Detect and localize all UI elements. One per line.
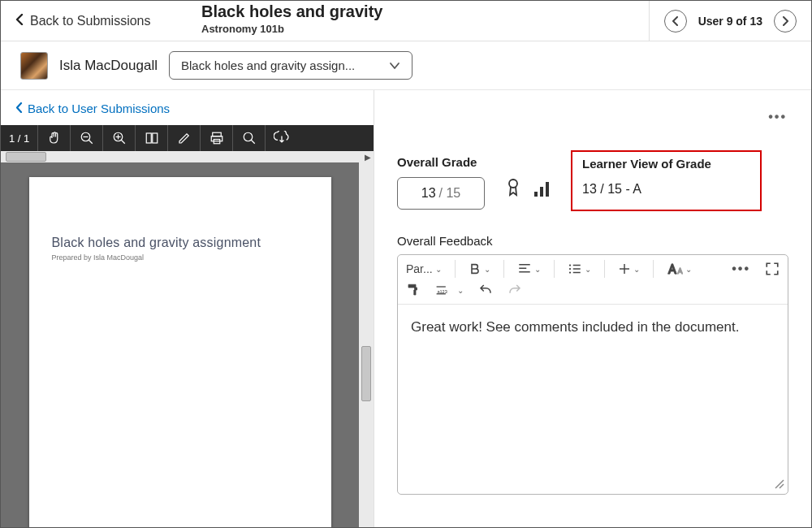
align-button[interactable]: ⌄ (517, 262, 541, 275)
equation-button[interactable]: a123 ⌄ (435, 283, 464, 296)
prev-user-button[interactable] (664, 10, 687, 32)
overall-feedback-label: Overall Feedback (397, 234, 788, 248)
zoom-in-button[interactable] (103, 125, 136, 151)
svg-line-33 (780, 484, 784, 488)
svg-rect-10 (211, 136, 222, 141)
page-layout-button[interactable] (136, 125, 168, 151)
annotate-button[interactable] (168, 125, 201, 151)
chevron-down-icon (389, 58, 400, 72)
separator (604, 260, 605, 278)
svg-text:a123: a123 (437, 289, 447, 294)
grade-max: / 15 (439, 186, 461, 201)
stats-icon[interactable] (533, 181, 551, 201)
svg-line-32 (775, 480, 784, 488)
vertical-scrollbar[interactable] (359, 162, 374, 528)
svg-point-14 (509, 180, 517, 188)
font-button[interactable]: ⌄ (667, 262, 692, 275)
user-count-label: User 9 of 13 (698, 15, 762, 28)
svg-point-21 (569, 264, 571, 266)
scrollbar-thumb[interactable] (6, 152, 46, 162)
scroll-right-arrow[interactable]: ▶ (363, 152, 373, 162)
format-painter-button[interactable] (406, 283, 421, 297)
feedback-textarea[interactable]: Great work! See comments included in the… (398, 305, 788, 494)
chevron-left-icon (15, 12, 24, 29)
document-title: Black holes and gravity assignment (52, 236, 309, 250)
list-button[interactable]: ⌄ (568, 262, 591, 275)
svg-rect-15 (534, 192, 538, 197)
pan-tool-button[interactable] (38, 125, 71, 151)
chevron-left-icon (15, 102, 23, 115)
back-to-user-submissions-link[interactable]: Back to User Submissions (1, 90, 374, 125)
separator (503, 260, 504, 278)
svg-point-23 (569, 268, 571, 270)
svg-rect-9 (213, 132, 222, 136)
learner-view-value: 13 / 15 - A (582, 182, 711, 197)
chevron-down-icon: ⌄ (435, 265, 442, 274)
chevron-down-icon: ⌄ (633, 265, 640, 274)
chevron-down-icon: ⌄ (585, 265, 591, 274)
svg-point-25 (569, 271, 571, 273)
chevron-down-icon: ⌄ (685, 265, 692, 274)
pdf-viewer: 1 / 1 (1, 125, 374, 528)
assignment-dropdown[interactable]: Black holes and gravity assign... (169, 51, 412, 80)
redo-button[interactable] (508, 283, 522, 297)
bold-button[interactable]: ⌄ (469, 262, 490, 275)
svg-line-1 (89, 140, 93, 144)
grade-input[interactable]: 13 / 15 (397, 177, 485, 210)
resize-handle-icon[interactable] (773, 478, 784, 492)
page-title: Black holes and gravity (201, 2, 649, 21)
fullscreen-button[interactable] (765, 262, 780, 276)
title-block: Black holes and gravity Astronomy 101b (192, 1, 649, 41)
learner-view-highlight: Learner View of Grade 13 / 15 - A (571, 150, 762, 211)
svg-line-4 (121, 140, 125, 144)
svg-rect-17 (546, 182, 549, 197)
paragraph-style-dropdown[interactable]: Par... ⌄ (406, 262, 442, 275)
rubric-icon[interactable] (506, 178, 520, 201)
svg-line-13 (251, 140, 255, 144)
assignment-dropdown-label: Black holes and gravity assign... (181, 58, 355, 72)
svg-rect-8 (153, 133, 158, 143)
course-name: Astronomy 101b (201, 23, 649, 35)
page-indicator: 1 / 1 (1, 125, 38, 151)
paragraph-style-label: Par... (406, 262, 433, 275)
svg-point-12 (244, 132, 253, 141)
grade-score: 13 (421, 186, 436, 201)
chevron-down-icon: ⌄ (534, 265, 541, 274)
back-to-submissions-link[interactable]: Back to Submissions (1, 1, 192, 41)
editor-more-button[interactable]: ••• (732, 262, 750, 276)
print-button[interactable] (201, 125, 233, 151)
back-to-user-submissions-label: Back to User Submissions (28, 102, 170, 115)
insert-button[interactable]: ⌄ (618, 262, 640, 275)
chevron-down-icon: ⌄ (484, 265, 490, 274)
document-subtitle: Prepared by Isla MacDougal (52, 253, 309, 262)
zoom-out-button[interactable] (71, 125, 103, 151)
download-button[interactable] (266, 125, 298, 151)
next-user-button[interactable] (774, 10, 797, 32)
chevron-down-icon: ⌄ (457, 286, 464, 295)
undo-button[interactable] (478, 283, 493, 297)
search-button[interactable] (233, 125, 266, 151)
separator (653, 260, 654, 278)
horizontal-scrollbar[interactable]: ▶ (1, 151, 374, 162)
user-avatar (20, 52, 48, 80)
separator (554, 260, 555, 278)
pdf-page: Black holes and gravity assignment Prepa… (29, 177, 331, 528)
svg-rect-7 (146, 133, 151, 143)
back-to-submissions-label: Back to Submissions (30, 14, 151, 28)
scrollbar-thumb[interactable] (361, 346, 371, 401)
more-actions-button[interactable]: ••• (768, 110, 787, 124)
svg-rect-16 (540, 187, 543, 197)
learner-view-label: Learner View of Grade (582, 157, 711, 171)
separator (455, 260, 456, 278)
pdf-toolbar: 1 / 1 (1, 125, 374, 151)
user-name-label: Isla MacDougall (59, 58, 158, 74)
feedback-editor: Par... ⌄ ⌄ ⌄ ⌄ (397, 254, 788, 495)
overall-grade-label: Overall Grade (397, 155, 485, 169)
